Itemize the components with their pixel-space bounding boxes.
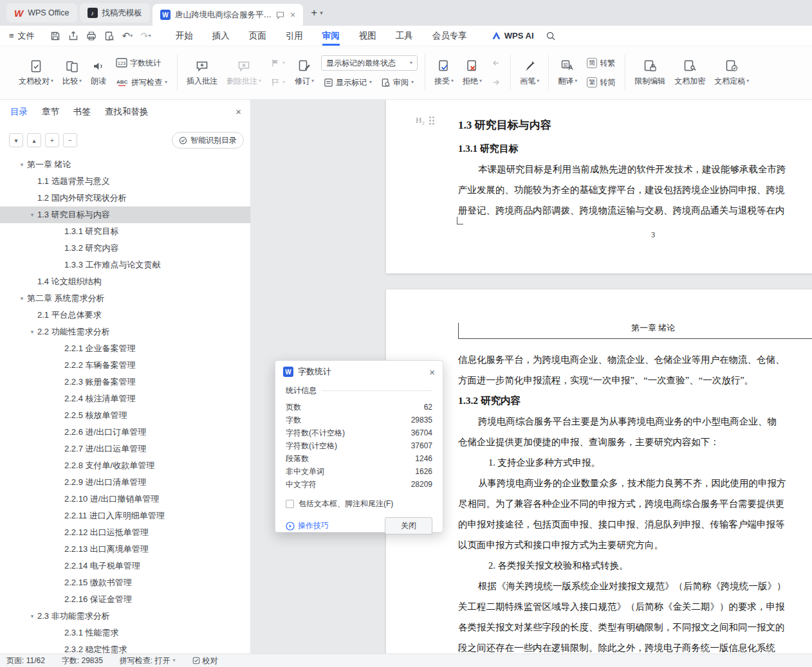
tips-link[interactable]: 操作技巧 — [286, 520, 329, 531]
toc-item[interactable]: ▾2.3 非功能需求分析 — [0, 608, 250, 625]
tab-current-document[interactable]: W 唐山跨境电商综合服务平台的 × — [152, 4, 303, 26]
menu-tab[interactable]: 插入 — [212, 26, 230, 46]
toc-item[interactable]: 2.2.16 保证金管理 — [0, 591, 250, 608]
close-dialog-icon[interactable]: × — [429, 367, 435, 378]
next-change-button[interactable] — [489, 75, 503, 90]
close-sidebar-icon[interactable]: × — [235, 106, 241, 117]
read-aloud-button[interactable]: 朗读 — [86, 51, 111, 95]
toc-item[interactable]: 2.2.13 出口离境单管理 — [0, 541, 250, 558]
word-count-button[interactable]: 123 字数统计 — [113, 55, 170, 71]
toc-item[interactable]: 2.2.8 支付单/收款单管理 — [0, 457, 250, 474]
track-changes-button[interactable]: 修订▾ — [290, 51, 318, 95]
spell-check-button[interactable]: ABC 拼写检查 ▾ — [113, 75, 170, 90]
expand-arrow-icon[interactable]: ▾ — [27, 329, 37, 335]
compare-button[interactable]: 比较▾ — [58, 51, 86, 95]
export-icon[interactable] — [68, 31, 78, 41]
word-count-indicator[interactable]: 字数: 29835 — [62, 655, 103, 666]
toc-item[interactable]: 1.3.3 工作难点与论文贡献 — [0, 257, 250, 273]
toc-item[interactable]: 2.2.1 企业备案管理 — [0, 340, 250, 357]
expand-arrow-icon[interactable]: ▾ — [17, 161, 27, 168]
menu-tab[interactable]: 审阅 — [322, 26, 340, 46]
checkbox-icon[interactable] — [286, 500, 294, 508]
toc-item[interactable]: 1.1 选题背景与意义 — [0, 173, 250, 190]
page-indicator[interactable]: 页面: 11/62 — [6, 655, 45, 666]
menu-tab[interactable]: 工具 — [396, 26, 413, 46]
dialog-title-bar[interactable]: W 字数统计 × — [275, 361, 443, 383]
toc-item[interactable]: 2.2.11 进口入库明细单管理 — [0, 507, 250, 524]
accept-button[interactable]: 接受▾ — [430, 51, 458, 95]
toc-item[interactable]: 1.3.1 研究目标 — [0, 223, 250, 240]
translate-button[interactable]: 简 翻译▾ — [553, 51, 582, 95]
new-tab-button[interactable]: + ▾ — [311, 6, 322, 19]
toc-item[interactable]: 1.3.2 研究内容 — [0, 240, 250, 257]
reject-button[interactable]: 拒绝▾ — [458, 51, 486, 95]
expand-arrow-icon[interactable]: ▾ — [27, 613, 37, 619]
redo-button[interactable]: ↷▾ — [140, 31, 151, 41]
insert-comment-button[interactable]: 插入批注 — [182, 51, 222, 95]
next-comment-button[interactable]: ▾ — [268, 75, 288, 90]
menu-tab[interactable]: 引用 — [286, 26, 303, 46]
sidebar-tab[interactable]: 目录 — [10, 106, 28, 118]
expand-arrow-icon[interactable]: ▾ — [17, 295, 27, 302]
proofread-indicator[interactable]: 校对 — [192, 655, 218, 666]
toc-item[interactable]: 2.2.15 缴款书管理 — [0, 574, 250, 591]
toc-item[interactable]: 2.2.3 账册备案管理 — [0, 374, 250, 390]
menu-tab[interactable]: 视图 — [359, 26, 376, 46]
delete-comment-button[interactable]: 删除批注▾ — [222, 51, 266, 95]
chevron-down-button[interactable]: ▾ — [9, 133, 23, 147]
show-markup-button[interactable]: 显示标记 ▾ — [321, 75, 374, 90]
toc-item[interactable]: 2.2.10 进/出口撤销单管理 — [0, 491, 250, 507]
wps-ai-button[interactable]: WPS AI — [492, 31, 534, 41]
toc-item[interactable]: 2.2.6 进/出口订单管理 — [0, 424, 250, 441]
toc-item[interactable]: ▾1.3 研究目标与内容 — [0, 206, 250, 223]
undo-button[interactable]: ↶▾ — [122, 31, 133, 41]
print-icon[interactable] — [86, 31, 97, 41]
encrypt-document-button[interactable]: 文档加密 — [670, 51, 710, 95]
document-page-4[interactable]: 第一章 绪论 信息化服务平台，为跨境电商企业、物流企业、仓储企业等用户在物流、仓… — [386, 289, 812, 653]
doc-proofread-button[interactable]: 文档校对▾ — [14, 51, 58, 95]
toc-item[interactable]: 2.2.5 核放单管理 — [0, 407, 250, 424]
toc-item[interactable]: 2.2.14 电子税单管理 — [0, 558, 250, 574]
spellcheck-indicator[interactable]: 拼写检查: 打开 ▾ — [120, 655, 176, 666]
toc-item[interactable]: 2.1 平台总体要求 — [0, 307, 250, 324]
simplified-to-traditional-button[interactable]: 简 转繁 — [584, 55, 618, 71]
smart-toc-button[interactable]: 智能识别目录 — [172, 132, 244, 149]
toc-item[interactable]: ▾第一章 绪论 — [0, 156, 250, 173]
traditional-to-simplified-button[interactable]: 繁 转简 — [584, 75, 618, 90]
sidebar-tab[interactable]: 书签 — [73, 106, 91, 118]
chevron-up-button[interactable]: ▴ — [27, 133, 41, 147]
toc-item[interactable]: 2.2.7 进/出口运单管理 — [0, 441, 250, 457]
previous-comment-button[interactable]: ▾ — [268, 55, 288, 71]
menu-tab[interactable]: 会员专享 — [432, 26, 467, 46]
file-menu-button[interactable]: ≡ 文件 — [0, 30, 44, 42]
toc-item[interactable]: ▾2.2 功能性需求分析 — [0, 324, 250, 340]
toc-item[interactable]: 2.2.2 车辆备案管理 — [0, 357, 250, 374]
tab-template-doc[interactable]: ♪ 找稿壳模板 — [80, 3, 151, 23]
toc-item[interactable]: 2.3.2 稳定性需求 — [0, 641, 250, 653]
document-page-3[interactable]: H₂ 1.3 研究目标与内容 1.3.1 研究目标 本课题研究目标是利用当前成熟… — [386, 100, 812, 273]
toc-item[interactable]: 2.2.9 进/出口清单管理 — [0, 474, 250, 491]
expand-all-button[interactable]: + — [45, 133, 59, 147]
markup-state-dropdown[interactable]: 显示标记的最终状态 ▾ — [321, 55, 418, 71]
restrict-editing-button[interactable]: 限制编辑 — [630, 51, 670, 95]
sidebar-tab[interactable]: 章节 — [42, 106, 59, 118]
expand-arrow-icon[interactable]: ▾ — [27, 212, 37, 218]
close-button[interactable]: 关闭 — [385, 517, 432, 535]
print-preview-icon[interactable] — [104, 31, 115, 41]
pen-button[interactable]: 画笔▾ — [515, 51, 544, 95]
review-button[interactable]: 审阅 ▾ — [378, 75, 416, 90]
menu-tab[interactable]: 页面 — [249, 26, 266, 46]
toc-item[interactable]: 2.3.1 性能需求 — [0, 625, 250, 641]
finalize-document-button[interactable]: 文档定稿▾ — [710, 51, 753, 95]
heading-level-marker[interactable]: H₂ — [416, 115, 431, 125]
toc-item[interactable]: 1.2 国内外研究现状分析 — [0, 190, 250, 206]
toc-item[interactable]: ▾第二章 系统需求分析 — [0, 290, 250, 307]
toc-item[interactable]: 1.4 论文组织结构 — [0, 273, 250, 290]
search-button[interactable] — [546, 31, 556, 41]
tab-wps-home[interactable]: W WPS Office — [6, 3, 77, 23]
collapse-all-button[interactable]: − — [63, 133, 77, 147]
previous-change-button[interactable] — [489, 55, 503, 71]
sidebar-tab[interactable]: 查找和替换 — [105, 106, 149, 118]
drag-handle-icon[interactable] — [429, 116, 431, 118]
close-tab-icon[interactable]: × — [290, 10, 295, 20]
